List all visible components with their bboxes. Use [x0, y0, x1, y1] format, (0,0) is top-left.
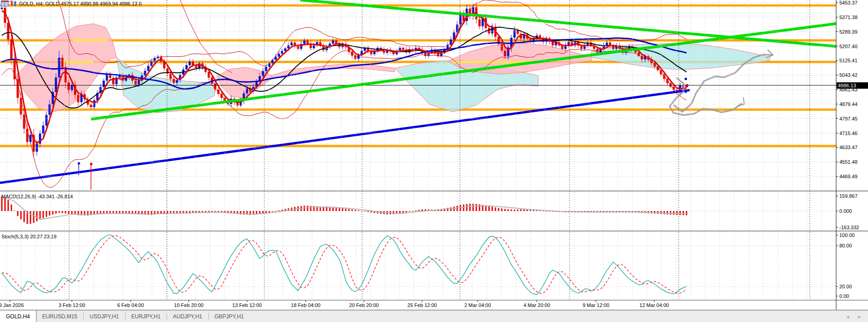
- svg-text:20.00: 20.00: [839, 284, 852, 289]
- grid-lines: [0, 0, 836, 300]
- svg-text:5371.38: 5371.38: [839, 15, 858, 20]
- svg-text:4879.44: 4879.44: [839, 101, 858, 107]
- blue-ascending[interactable]: [0, 90, 690, 183]
- svg-text:25 Feb 12:00: 25 Feb 12:00: [408, 302, 437, 308]
- svg-text:4551.48: 4551.48: [839, 159, 858, 165]
- svg-text:5207.40: 5207.40: [839, 44, 858, 49]
- stochastic-panel[interactable]: [2, 235, 686, 295]
- candles-icon[interactable]: [10, 0, 18, 6]
- chart-canvas[interactable]: 5453.375371.385289.395207.405125.415043.…: [0, 0, 868, 310]
- svg-text:13 Feb 12:00: 13 Feb 12:00: [232, 302, 262, 308]
- svg-text:100.00: 100.00: [839, 232, 855, 238]
- candlesticks: [1, 3, 688, 156]
- svg-text:12 Mar 04:00: 12 Mar 04:00: [640, 302, 669, 308]
- svg-text:4715.46: 4715.46: [839, 131, 858, 136]
- tab-gold-h4-active[interactable]: GOLD,H4: [0, 311, 36, 322]
- tab-eurusd-m15[interactable]: EURUSD,M15: [36, 311, 83, 322]
- ichimoku-cloud: [15, 24, 770, 113]
- svg-text:5453.37: 5453.37: [839, 0, 858, 5]
- svg-text:5043.42: 5043.42: [839, 72, 858, 78]
- ohlc-header: GOLD, H4: GOLD 4975.17 4990.88 4969.94 4…: [1, 0, 141, 7]
- svg-text:4633.47: 4633.47: [839, 145, 858, 150]
- market-watch-icon[interactable]: [1, 0, 9, 6]
- svg-text:159.867: 159.867: [839, 193, 858, 199]
- tab-eurjpy-h1[interactable]: EURJPY,H1: [126, 311, 167, 322]
- green-descending[interactable]: [300, 0, 868, 49]
- svg-text:5289.39: 5289.39: [839, 29, 858, 35]
- tab-usdjpy-h1[interactable]: USDJPY,H1: [84, 311, 125, 322]
- stoch-indicator-label: Stoch(5,3,3) 20.27 23.19: [1, 234, 56, 239]
- macd-indicator-label: MACD(12,26,9) -43.341 -26.814: [1, 194, 73, 199]
- svg-text:29 Jan 2026: 29 Jan 2026: [0, 302, 24, 308]
- svg-text:18 Feb 04:00: 18 Feb 04:00: [291, 302, 321, 308]
- tab-gbpjpy-h1[interactable]: GBPJPY,H1: [209, 311, 250, 322]
- svg-text:4469.49: 4469.49: [839, 174, 858, 179]
- price-axis[interactable]: 5453.375371.385289.395207.405125.415043.…: [836, 0, 859, 299]
- svg-text:0.00: 0.00: [839, 293, 849, 299]
- time-axis[interactable]: 29 Jan 20263 Feb 12:006 Feb 04:0010 Feb …: [0, 300, 669, 308]
- macd-panel[interactable]: [1, 196, 687, 224]
- chart-tab-bar: GOLD,H4EURUSD,M15USDJPY,H1EURJPY,H1AUDJP…: [0, 310, 868, 322]
- svg-text:0.000: 0.000: [839, 208, 852, 214]
- svg-text:2 Mar 04:00: 2 Mar 04:00: [464, 302, 491, 308]
- svg-text:4 Mar 20:00: 4 Mar 20:00: [524, 302, 550, 308]
- svg-text:10 Feb 20:00: 10 Feb 20:00: [174, 302, 204, 308]
- tab-scroll-left-icon[interactable]: ◄: [845, 314, 850, 319]
- svg-text:4797.45: 4797.45: [839, 116, 858, 121]
- svg-text:80.00: 80.00: [839, 243, 852, 248]
- svg-text:6 Feb 04:00: 6 Feb 04:00: [117, 302, 144, 308]
- current-price-tag: 4986.13: [837, 82, 868, 89]
- mt4-chart-window: 5453.375371.385289.395207.405125.415043.…: [0, 0, 868, 322]
- tab-audjpy-h1[interactable]: AUDJPY,H1: [167, 311, 208, 322]
- svg-text:3 Feb 12:00: 3 Feb 12:00: [59, 302, 86, 308]
- svg-text:-163.332: -163.332: [839, 225, 859, 230]
- symbol-ohlc-text: GOLD, H4: GOLD 4975.17 4990.88 4969.94 4…: [19, 1, 141, 6]
- svg-text:20 Feb 20:00: 20 Feb 20:00: [349, 302, 379, 308]
- svg-text:5125.41: 5125.41: [839, 58, 858, 63]
- tab-scroll-right-icon[interactable]: ►: [857, 314, 862, 319]
- main-chart-panel[interactable]: [0, 0, 868, 190]
- svg-text:9 Mar 12:00: 9 Mar 12:00: [583, 302, 610, 308]
